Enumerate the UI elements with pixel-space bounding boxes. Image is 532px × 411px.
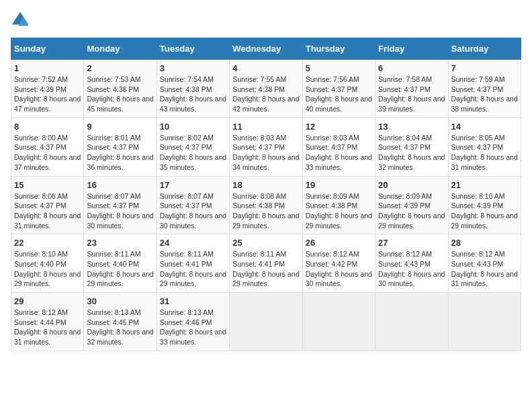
calendar-week-3: 15Sunrise: 8:06 AMSunset: 4:37 PMDayligh… — [11, 176, 521, 234]
day-info: Sunrise: 8:11 AMSunset: 4:41 PMDaylight:… — [232, 249, 299, 289]
day-info: Sunrise: 8:04 AMSunset: 4:37 PMDaylight:… — [378, 133, 445, 173]
calendar-cell: 21Sunrise: 8:10 AMSunset: 4:39 PMDayligh… — [448, 176, 521, 234]
day-number: 31 — [160, 296, 226, 306]
calendar-cell: 11Sunrise: 8:03 AMSunset: 4:37 PMDayligh… — [230, 118, 302, 176]
day-info: Sunrise: 8:09 AMSunset: 4:39 PMDaylight:… — [378, 191, 445, 231]
calendar-cell: 6Sunrise: 7:58 AMSunset: 4:37 PMDaylight… — [375, 60, 448, 118]
day-info: Sunrise: 8:12 AMSunset: 4:43 PMDaylight:… — [451, 249, 518, 289]
weekday-saturday: Saturday — [448, 38, 521, 60]
calendar-cell: 29Sunrise: 8:12 AMSunset: 4:44 PMDayligh… — [11, 293, 84, 351]
calendar-cell — [302, 293, 375, 351]
day-number: 25 — [232, 238, 299, 248]
calendar-cell: 23Sunrise: 8:11 AMSunset: 4:40 PMDayligh… — [84, 234, 157, 293]
day-number: 15 — [14, 180, 81, 190]
day-number: 26 — [306, 238, 372, 248]
calendar-cell: 25Sunrise: 8:11 AMSunset: 4:41 PMDayligh… — [230, 234, 302, 293]
calendar-cell: 22Sunrise: 8:10 AMSunset: 4:40 PMDayligh… — [11, 234, 84, 293]
day-info: Sunrise: 8:05 AMSunset: 4:37 PMDaylight:… — [451, 133, 518, 173]
day-info: Sunrise: 8:12 AMSunset: 4:42 PMDaylight:… — [306, 249, 372, 289]
day-number: 16 — [87, 180, 153, 190]
calendar-cell: 15Sunrise: 8:06 AMSunset: 4:37 PMDayligh… — [11, 176, 84, 234]
day-info: Sunrise: 8:07 AMSunset: 4:37 PMDaylight:… — [87, 191, 153, 231]
calendar-cell: 7Sunrise: 7:59 AMSunset: 4:37 PMDaylight… — [448, 60, 521, 118]
day-number: 18 — [232, 180, 299, 190]
day-number: 1 — [14, 63, 81, 73]
day-info: Sunrise: 8:06 AMSunset: 4:37 PMDaylight:… — [14, 191, 81, 231]
day-info: Sunrise: 8:10 AMSunset: 4:39 PMDaylight:… — [451, 191, 518, 231]
day-info: Sunrise: 7:53 AMSunset: 4:38 PMDaylight:… — [87, 75, 153, 114]
day-number: 2 — [87, 63, 153, 73]
calendar-cell: 9Sunrise: 8:01 AMSunset: 4:37 PMDaylight… — [84, 118, 157, 176]
calendar-cell: 30Sunrise: 8:13 AMSunset: 4:45 PMDayligh… — [84, 293, 157, 351]
day-info: Sunrise: 8:12 AMSunset: 4:44 PMDaylight:… — [14, 308, 81, 347]
day-number: 20 — [378, 180, 445, 190]
day-number: 3 — [160, 63, 226, 73]
day-info: Sunrise: 7:54 AMSunset: 4:38 PMDaylight:… — [160, 75, 226, 114]
calendar-cell: 13Sunrise: 8:04 AMSunset: 4:37 PMDayligh… — [375, 118, 448, 176]
day-number: 11 — [232, 122, 299, 132]
day-number: 5 — [306, 63, 372, 73]
weekday-sunday: Sunday — [11, 38, 84, 60]
calendar-cell: 1Sunrise: 7:52 AMSunset: 4:39 PMDaylight… — [11, 60, 84, 118]
day-info: Sunrise: 8:11 AMSunset: 4:40 PMDaylight:… — [87, 249, 153, 289]
weekday-thursday: Thursday — [302, 38, 375, 60]
day-info: Sunrise: 7:52 AMSunset: 4:39 PMDaylight:… — [14, 75, 81, 114]
calendar-table: SundayMondayTuesdayWednesdayThursdayFrid… — [11, 38, 521, 351]
logo — [11, 11, 32, 30]
day-number: 4 — [232, 63, 299, 73]
day-info: Sunrise: 8:13 AMSunset: 4:46 PMDaylight:… — [160, 308, 226, 347]
day-info: Sunrise: 8:03 AMSunset: 4:37 PMDaylight:… — [232, 133, 299, 173]
calendar-cell: 27Sunrise: 8:12 AMSunset: 4:43 PMDayligh… — [375, 234, 448, 293]
day-info: Sunrise: 8:01 AMSunset: 4:37 PMDaylight:… — [87, 133, 153, 173]
calendar-cell: 10Sunrise: 8:02 AMSunset: 4:37 PMDayligh… — [157, 118, 229, 176]
weekday-header-row: SundayMondayTuesdayWednesdayThursdayFrid… — [11, 38, 521, 60]
day-number: 7 — [451, 63, 518, 73]
calendar-cell: 8Sunrise: 8:00 AMSunset: 4:37 PMDaylight… — [11, 118, 84, 176]
day-number: 17 — [160, 180, 226, 190]
day-number: 23 — [87, 238, 153, 248]
header — [11, 11, 521, 30]
day-info: Sunrise: 8:07 AMSunset: 4:37 PMDaylight:… — [160, 191, 226, 231]
calendar-week-2: 8Sunrise: 8:00 AMSunset: 4:37 PMDaylight… — [11, 118, 521, 176]
logo-icon — [11, 11, 30, 30]
day-info: Sunrise: 8:10 AMSunset: 4:40 PMDaylight:… — [14, 249, 81, 289]
day-number: 12 — [306, 122, 372, 132]
calendar-cell: 26Sunrise: 8:12 AMSunset: 4:42 PMDayligh… — [302, 234, 375, 293]
day-number: 22 — [14, 238, 81, 248]
day-number: 8 — [14, 122, 81, 132]
day-info: Sunrise: 8:13 AMSunset: 4:45 PMDaylight:… — [87, 308, 153, 347]
weekday-wednesday: Wednesday — [230, 38, 302, 60]
day-info: Sunrise: 8:11 AMSunset: 4:41 PMDaylight:… — [160, 249, 226, 289]
day-number: 29 — [14, 296, 81, 306]
day-number: 14 — [451, 122, 518, 132]
day-number: 9 — [87, 122, 153, 132]
day-number: 21 — [451, 180, 518, 190]
day-info: Sunrise: 7:59 AMSunset: 4:37 PMDaylight:… — [451, 75, 518, 114]
calendar-cell: 19Sunrise: 8:09 AMSunset: 4:38 PMDayligh… — [302, 176, 375, 234]
calendar-cell: 3Sunrise: 7:54 AMSunset: 4:38 PMDaylight… — [157, 60, 229, 118]
day-number: 30 — [87, 296, 153, 306]
day-number: 28 — [451, 238, 518, 248]
calendar-cell: 17Sunrise: 8:07 AMSunset: 4:37 PMDayligh… — [157, 176, 229, 234]
calendar-cell: 24Sunrise: 8:11 AMSunset: 4:41 PMDayligh… — [157, 234, 229, 293]
weekday-friday: Friday — [375, 38, 448, 60]
calendar-week-1: 1Sunrise: 7:52 AMSunset: 4:39 PMDaylight… — [11, 60, 521, 118]
day-info: Sunrise: 8:03 AMSunset: 4:37 PMDaylight:… — [306, 133, 372, 173]
calendar-week-5: 29Sunrise: 8:12 AMSunset: 4:44 PMDayligh… — [11, 293, 521, 351]
day-info: Sunrise: 7:58 AMSunset: 4:37 PMDaylight:… — [378, 75, 445, 114]
day-number: 6 — [378, 63, 445, 73]
day-info: Sunrise: 8:12 AMSunset: 4:43 PMDaylight:… — [378, 249, 445, 289]
calendar-cell: 5Sunrise: 7:56 AMSunset: 4:37 PMDaylight… — [302, 60, 375, 118]
calendar-cell: 28Sunrise: 8:12 AMSunset: 4:43 PMDayligh… — [448, 234, 521, 293]
day-info: Sunrise: 8:08 AMSunset: 4:38 PMDaylight:… — [232, 191, 299, 231]
day-info: Sunrise: 8:02 AMSunset: 4:37 PMDaylight:… — [160, 133, 226, 173]
weekday-tuesday: Tuesday — [157, 38, 229, 60]
weekday-monday: Monday — [84, 38, 157, 60]
day-number: 10 — [160, 122, 226, 132]
day-info: Sunrise: 8:09 AMSunset: 4:38 PMDaylight:… — [306, 191, 372, 231]
calendar-cell: 18Sunrise: 8:08 AMSunset: 4:38 PMDayligh… — [230, 176, 302, 234]
calendar-cell: 12Sunrise: 8:03 AMSunset: 4:37 PMDayligh… — [302, 118, 375, 176]
calendar-cell: 16Sunrise: 8:07 AMSunset: 4:37 PMDayligh… — [84, 176, 157, 234]
day-info: Sunrise: 7:56 AMSunset: 4:37 PMDaylight:… — [306, 75, 372, 114]
calendar-cell: 14Sunrise: 8:05 AMSunset: 4:37 PMDayligh… — [448, 118, 521, 176]
